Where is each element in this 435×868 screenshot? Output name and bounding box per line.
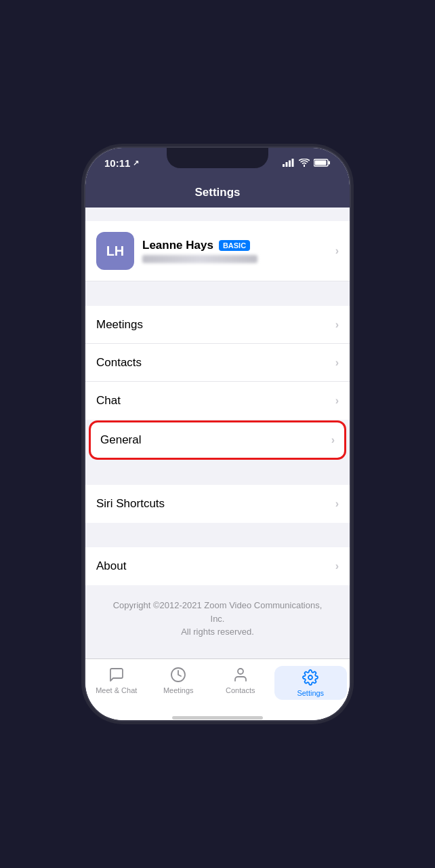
siri-chevron-icon: › — [335, 498, 339, 510]
status-time: 10:11 ↗ — [104, 157, 139, 169]
wifi-icon — [299, 159, 310, 167]
meet-chat-label: Meet & Chat — [96, 686, 137, 694]
profile-email — [142, 255, 257, 263]
svg-rect-6 — [315, 161, 327, 165]
home-bar — [172, 716, 263, 719]
tab-bar: Meet & Chat Meetings — [85, 658, 350, 715]
settings-group-1: Meetings › Contacts › Chat › — [85, 306, 350, 420]
avatar-initials: LH — [106, 243, 125, 259]
profile-name: Leanne Hays — [142, 239, 213, 252]
profile-chevron-icon: › — [335, 245, 339, 257]
time-display: 10:11 — [104, 157, 130, 169]
settings-group-2: Siri Shortcuts › — [85, 485, 350, 523]
avatar: LH — [96, 232, 134, 270]
about-label: About — [96, 559, 126, 573]
phone-screen: 10:11 ↗ — [85, 148, 350, 720]
meet-chat-icon — [108, 666, 125, 684]
phone-frame: 10:11 ↗ — [85, 148, 350, 720]
tab-meet-chat[interactable]: Meet & Chat — [85, 666, 148, 694]
settings-row-siri[interactable]: Siri Shortcuts › — [85, 485, 350, 523]
tab-contacts[interactable]: Contacts — [209, 666, 272, 694]
settings-row-about[interactable]: About › — [85, 547, 350, 585]
copyright-line2: All rights reserved. — [181, 627, 254, 637]
svg-rect-0 — [283, 164, 285, 167]
battery-icon — [314, 159, 331, 167]
settings-row-chat[interactable]: Chat › — [85, 382, 350, 420]
profile-badge: BASIC — [219, 240, 250, 251]
nav-bar: Settings — [85, 178, 350, 208]
about-chevron-icon: › — [335, 560, 339, 572]
bottom-spacer — [85, 652, 350, 659]
svg-rect-3 — [292, 159, 294, 167]
notch — [167, 148, 268, 168]
svg-rect-5 — [329, 161, 331, 165]
scroll-content: LH Leanne Hays BASIC › Meetings › — [85, 208, 350, 658]
svg-point-9 — [308, 675, 312, 679]
settings-tab-label: Settings — [297, 689, 324, 697]
general-chevron-icon: › — [331, 434, 335, 446]
chat-label: Chat — [96, 394, 121, 408]
svg-rect-1 — [286, 162, 288, 167]
chat-chevron-icon: › — [335, 395, 339, 407]
copyright-text: Copyright ©2012-2021 Zoom Video Communic… — [85, 585, 350, 652]
meetings-tab-icon — [169, 666, 187, 684]
settings-row-general[interactable]: General › — [89, 421, 346, 459]
general-label: General — [100, 433, 141, 447]
contacts-chevron-icon: › — [335, 357, 339, 369]
status-icons — [283, 159, 331, 167]
contacts-label: Contacts — [96, 356, 142, 370]
tab-settings[interactable]: Settings — [274, 666, 348, 700]
location-icon: ↗ — [133, 159, 139, 167]
tab-meetings[interactable]: Meetings — [148, 666, 210, 694]
settings-row-contacts[interactable]: Contacts › — [85, 344, 350, 382]
profile-info: Leanne Hays BASIC — [142, 239, 335, 263]
meetings-chevron-icon: › — [335, 319, 339, 331]
meetings-tab-label: Meetings — [163, 686, 194, 694]
svg-point-8 — [238, 669, 243, 674]
profile-row[interactable]: LH Leanne Hays BASIC › — [85, 221, 350, 281]
settings-tab-icon — [302, 669, 319, 686]
contacts-tab-icon — [232, 666, 249, 684]
profile-name-row: Leanne Hays BASIC — [142, 239, 335, 252]
home-indicator — [85, 715, 350, 720]
siri-label: Siri Shortcuts — [96, 497, 165, 511]
settings-group-3: About › — [85, 547, 350, 585]
signal-icon — [283, 159, 295, 167]
page-title: Settings — [194, 186, 240, 199]
meetings-label: Meetings — [96, 318, 143, 332]
settings-row-meetings[interactable]: Meetings › — [85, 306, 350, 344]
section-divider-2 — [85, 460, 350, 485]
contacts-tab-label: Contacts — [226, 686, 255, 694]
section-divider-3 — [85, 523, 350, 547]
svg-rect-2 — [289, 161, 291, 167]
section-divider-1 — [85, 281, 350, 306]
copyright-line1: Copyright ©2012-2021 Zoom Video Communic… — [113, 600, 323, 624]
